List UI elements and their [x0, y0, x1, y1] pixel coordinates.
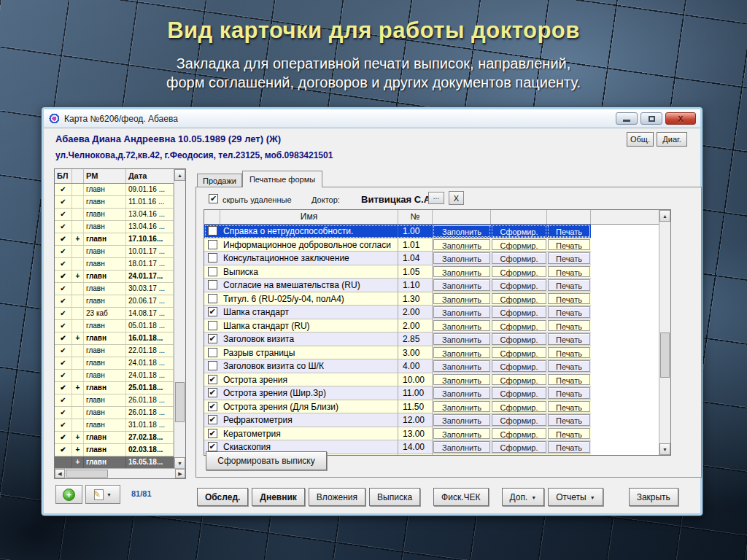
fill-button[interactable]: Заполнить: [433, 279, 490, 291]
scroll-down-icon[interactable]: ▼: [659, 443, 670, 455]
form-checkbox[interactable]: [208, 267, 217, 276]
col-header-bl[interactable]: БЛ: [55, 169, 72, 183]
dop-menu-button[interactable]: Доп.▼: [502, 488, 545, 506]
generate-button[interactable]: Сформир.: [492, 293, 546, 305]
generate-statement-button[interactable]: Сформировать выписку: [206, 451, 327, 470]
visit-row[interactable]: ✔главн24.01.18 ...: [55, 370, 174, 382]
obsled-button[interactable]: Обслед.: [197, 488, 248, 506]
diag-button[interactable]: Диаг.: [657, 132, 687, 147]
generate-button[interactable]: Сформир.: [492, 266, 546, 278]
form-table-row[interactable]: Заголовок визита со Ш/К4.00ЗаполнитьСфор…: [204, 359, 591, 373]
visit-row[interactable]: ✔главн24.01.18 ...: [55, 357, 174, 370]
visit-row[interactable]: ✔+главн17.10.16...: [55, 233, 174, 246]
visit-row[interactable]: ✔+главн02.03.18...: [55, 444, 174, 456]
visit-row[interactable]: ✔главн10.01.17 ...: [55, 246, 174, 258]
col-header-form-name[interactable]: Имя: [220, 210, 398, 224]
visit-row[interactable]: ✔главн09.01.16 ...: [55, 184, 174, 196]
generate-button[interactable]: Сформир.: [492, 360, 546, 372]
col-header-rm[interactable]: РМ: [84, 169, 126, 183]
col-header-date[interactable]: Дата: [126, 169, 174, 183]
fill-button[interactable]: Заполнить: [433, 225, 490, 237]
add-visit-button[interactable]: +: [55, 485, 82, 504]
edit-visit-button[interactable]: ▼: [85, 485, 120, 504]
form-table-row[interactable]: ✔Рефрактометрия12.00ЗаполнитьСформир.Печ…: [204, 413, 591, 427]
form-table-row[interactable]: Титул. 6 (RU-025/у-04, полА4)1.30Заполни…: [204, 292, 591, 306]
visit-row[interactable]: ✔главн31.01.18 ...: [55, 419, 174, 432]
form-table-row[interactable]: Информационное добровольное согласи1.01З…: [204, 238, 591, 252]
window-titlebar[interactable]: Карта №6206/феод. Абаева X: [44, 109, 700, 128]
fill-button[interactable]: Заполнить: [433, 428, 490, 440]
fill-button[interactable]: Заполнить: [433, 387, 490, 399]
form-table-row[interactable]: ✔Острота зрения (Шир.Зр)11.00ЗаполнитьСф…: [204, 386, 591, 400]
form-checkbox[interactable]: [208, 280, 217, 289]
generate-button[interactable]: Сформир.: [492, 320, 546, 332]
col-header-form-number[interactable]: №: [398, 210, 433, 224]
col-header-fill[interactable]: [433, 210, 491, 224]
visit-row[interactable]: ✔главн11.01.16 ...: [55, 196, 174, 209]
vlozheniya-button[interactable]: Вложения: [309, 488, 365, 506]
fill-button[interactable]: Заполнить: [433, 441, 490, 453]
visit-row[interactable]: ✔главн22.01.18 ...: [55, 345, 174, 357]
form-checkbox[interactable]: ✔: [208, 388, 217, 397]
scroll-up-icon[interactable]: ▲: [174, 169, 185, 181]
print-button[interactable]: Печать: [548, 455, 590, 456]
visit-row[interactable]: ✔главн26.01.18 ...: [55, 394, 174, 407]
print-button[interactable]: Печать: [548, 441, 590, 453]
print-button[interactable]: Печать: [548, 360, 590, 372]
doctor-clear-button[interactable]: X: [449, 191, 464, 205]
generate-button[interactable]: Сформир.: [492, 347, 546, 359]
form-checkbox[interactable]: [208, 348, 217, 357]
generate-button[interactable]: Сформир.: [492, 306, 546, 318]
form-checkbox[interactable]: [208, 294, 217, 303]
visit-row[interactable]: ✔главн13.04.16 ...: [55, 209, 174, 221]
tab-pechatnye-formy[interactable]: Печатные формы: [242, 171, 322, 187]
print-button[interactable]: Печать: [548, 428, 590, 440]
visit-row[interactable]: ✔+главн27.02.18...: [55, 432, 174, 444]
generate-button[interactable]: Сформир.: [492, 414, 546, 426]
scroll-right-icon[interactable]: ▶: [175, 469, 185, 478]
print-button[interactable]: Печать: [548, 279, 590, 291]
form-table-row[interactable]: Справка о нетрудоспособности.1.00Заполни…: [204, 225, 591, 238]
generate-button[interactable]: Сформир.: [492, 279, 546, 291]
form-checkbox[interactable]: [208, 361, 217, 370]
form-checkbox[interactable]: [208, 240, 217, 249]
print-button[interactable]: Печать: [548, 306, 590, 318]
visit-row[interactable]: +главн16.05.18...: [55, 456, 174, 469]
fill-button[interactable]: Заполнить: [433, 320, 490, 332]
form-checkbox[interactable]: [208, 321, 217, 330]
scroll-up-icon[interactable]: ▲: [659, 210, 670, 222]
vypiska-button[interactable]: Выписка: [369, 488, 420, 506]
visit-row[interactable]: ✔+главн24.01.17...: [55, 271, 174, 283]
fill-button[interactable]: Заполнить: [433, 252, 490, 264]
fill-button[interactable]: Заполнить: [433, 360, 490, 372]
print-button[interactable]: Печать: [548, 320, 590, 332]
print-button[interactable]: Печать: [548, 374, 590, 386]
generate-button[interactable]: Сформир.: [492, 225, 546, 237]
form-table-row[interactable]: Шапка стандарт (RU)2.00ЗаполнитьСформир.…: [204, 319, 591, 333]
col-header-generate[interactable]: [491, 210, 547, 224]
print-button[interactable]: Печать: [548, 293, 590, 305]
visits-scroll-thumb[interactable]: [175, 382, 185, 422]
visit-row[interactable]: ✔главн30.03.17 ...: [55, 283, 174, 295]
form-checkbox[interactable]: ✔: [208, 415, 217, 424]
col-header-print[interactable]: [547, 210, 591, 224]
scroll-down-icon[interactable]: ▼: [174, 457, 185, 469]
generate-button[interactable]: Сформир.: [492, 441, 546, 453]
visit-row[interactable]: ✔главн20.06.17 ...: [55, 295, 174, 308]
fill-button[interactable]: Заполнить: [433, 347, 490, 359]
generate-button[interactable]: Сформир.: [492, 401, 546, 413]
fill-button[interactable]: Заполнить: [433, 455, 490, 456]
print-button[interactable]: Печать: [548, 333, 590, 345]
fill-button[interactable]: Заполнить: [433, 239, 490, 251]
maximize-button[interactable]: [640, 112, 662, 125]
visits-vertical-scrollbar[interactable]: ▲ ▼: [174, 169, 185, 469]
generate-button[interactable]: Сформир.: [492, 374, 546, 386]
print-button[interactable]: Печать: [548, 414, 590, 426]
form-checkbox[interactable]: [208, 253, 217, 262]
forms-scroll-thumb[interactable]: [660, 332, 670, 378]
scroll-left-icon[interactable]: ◀: [55, 469, 65, 478]
visit-row[interactable]: ✔главн26.01.18 ...: [55, 407, 174, 419]
fill-button[interactable]: Заполнить: [433, 333, 490, 345]
tab-prodazhi[interactable]: Продажи: [197, 174, 242, 187]
doctor-browse-button[interactable]: ...: [428, 192, 444, 204]
